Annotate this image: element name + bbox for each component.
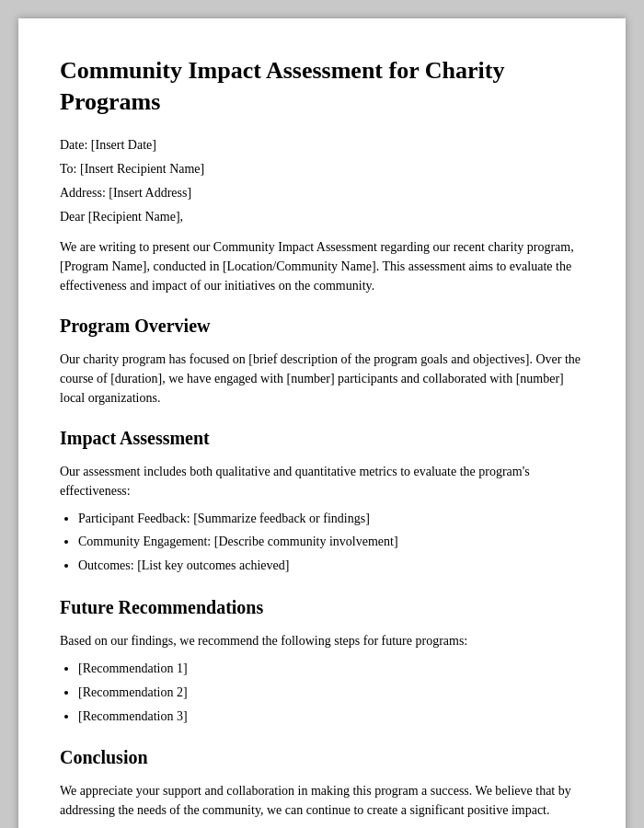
section-heading-program-overview: Program Overview (60, 316, 584, 337)
intro-paragraph: We are writing to present our Community … (60, 237, 584, 295)
list-item: [Recommendation 3] (78, 706, 584, 728)
document-container: Community Impact Assessment for Charity … (18, 18, 626, 828)
recommendations-bullet-list: [Recommendation 1] [Recommendation 2] [R… (78, 658, 584, 727)
section-impact-assessment: Impact Assessment Our assessment include… (60, 428, 584, 577)
to-line: To: [Insert Recipient Name] (60, 162, 584, 177)
salutation: Dear [Recipient Name], (60, 210, 584, 224)
list-item: [Recommendation 2] (78, 682, 584, 704)
section-program-overview: Program Overview Our charity program has… (60, 316, 584, 408)
section-body-future-recommendations: Based on our findings, we recommend the … (60, 631, 584, 650)
section-heading-conclusion: Conclusion (60, 747, 584, 768)
list-item: Outcomes: [List key outcomes achieved] (78, 555, 584, 577)
list-item: Community Engagement: [Describe communit… (78, 531, 584, 553)
section-body-conclusion: We appreciate your support and collabora… (60, 781, 584, 820)
date-line: Date: [Insert Date] (60, 138, 584, 153)
list-item: [Recommendation 1] (78, 658, 584, 680)
impact-bullet-list: Participant Feedback: [Summarize feedbac… (78, 508, 584, 577)
section-heading-impact-assessment: Impact Assessment (60, 428, 584, 449)
section-conclusion: Conclusion We appreciate your support an… (60, 747, 584, 820)
section-body-program-overview: Our charity program has focused on [brie… (60, 350, 584, 408)
document-title: Community Impact Assessment for Charity … (60, 55, 584, 118)
address-line: Address: [Insert Address] (60, 186, 584, 201)
section-body-impact-assessment: Our assessment includes both qualitative… (60, 462, 584, 500)
section-future-recommendations: Future Recommendations Based on our find… (60, 597, 584, 727)
list-item: Participant Feedback: [Summarize feedbac… (78, 508, 584, 530)
section-heading-future-recommendations: Future Recommendations (60, 597, 584, 618)
